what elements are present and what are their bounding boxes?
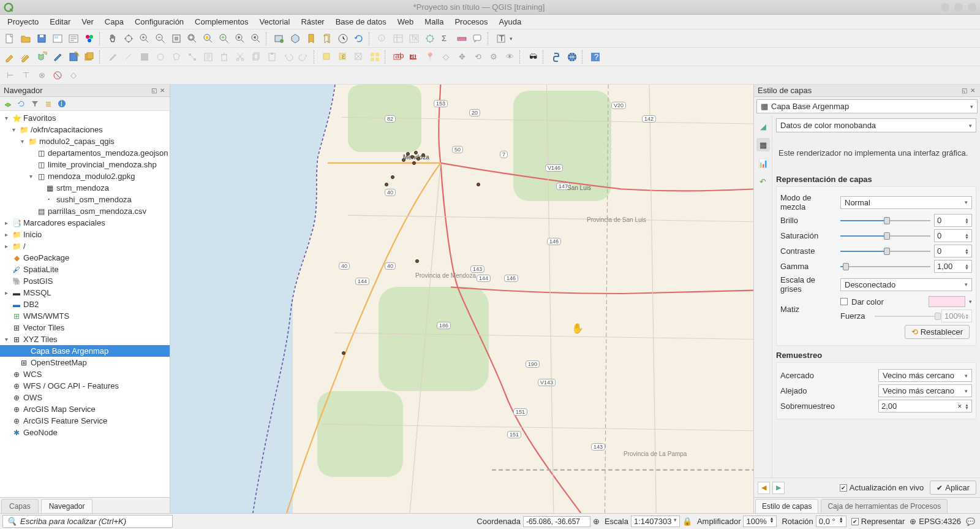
tree-item-marcadores-espaciales[interactable]: ▸📑Marcadores espaciales (0, 217, 170, 229)
select-features-icon[interactable] (320, 50, 334, 64)
zoomin-combo[interactable]: Vecino más cercano▾ (878, 369, 972, 382)
tree-item-capa-base-argenmap[interactable]: Capa Base Argenmap (0, 345, 170, 357)
minimize-button[interactable] (941, 3, 949, 12)
identify-icon[interactable] (375, 31, 390, 46)
temporal-controller-icon[interactable] (336, 31, 350, 46)
menu-procesos[interactable]: Procesos (450, 16, 492, 28)
messages-icon[interactable]: 💬 (966, 517, 975, 526)
tree-item-db2[interactable]: ▬DB2 (0, 299, 170, 310)
zoom-layer-icon[interactable] (217, 31, 232, 46)
zoom-last-icon[interactable] (233, 31, 247, 46)
reset-button[interactable]: ⟲Restablecer (905, 325, 970, 339)
tree-toggle-icon[interactable]: ▾ (2, 336, 10, 343)
oversampling-spin[interactable]: 2,00✕▲▼ (878, 400, 972, 413)
deselect-icon[interactable] (352, 50, 366, 64)
maximize-button[interactable] (954, 3, 963, 12)
grayscale-combo[interactable]: Desconectado▾ (840, 278, 972, 291)
plugin-glasses-icon[interactable]: 🕶 (526, 50, 540, 64)
tree-item-wms-wmts[interactable]: ⊞WMS/WMTS (0, 310, 170, 322)
colorize-checkbox[interactable] (840, 298, 848, 305)
menu-ayuda[interactable]: Ayuda (494, 16, 527, 28)
tree-item-modulo2-capas-qgis[interactable]: ▾📁modulo2_capas_qgis (0, 135, 170, 147)
tree-toggle-icon[interactable]: ▸ (2, 231, 10, 238)
toggle-edit-icon[interactable] (50, 50, 65, 64)
tree-item-okfn-capacitaciones[interactable]: ▾📁/okfn/capacitaciones (0, 124, 170, 135)
tree-toggle-icon[interactable]: ▸ (2, 289, 10, 296)
rotation-spin[interactable]: 0,0 °▲▼ (816, 516, 846, 527)
blend-mode-combo[interactable]: Normal▾ (840, 196, 972, 209)
scale-combo[interactable]: 1:1407303▾ (631, 516, 680, 527)
tree-item-xyz-tiles[interactable]: ▾⊞XYZ Tiles (0, 333, 170, 345)
open-project-icon[interactable] (18, 31, 33, 46)
style-back-button[interactable]: ◀ (758, 482, 770, 494)
tree-item-sushi-osm-mendoza[interactable]: ⠂sushi_osm_mendoza (0, 194, 170, 205)
panel-close-icon[interactable]: ✕ (969, 87, 976, 94)
new-map-view-icon[interactable] (272, 31, 287, 46)
new-print-layout-icon[interactable] (50, 31, 65, 46)
browser-collapse-icon[interactable] (43, 99, 53, 108)
open-table-icon[interactable] (391, 31, 405, 46)
tree-item-wfs-ogc-api-features[interactable]: ⊕WFS / OGC API - Features (0, 380, 170, 392)
tree-item-[interactable]: ▸📁/ (0, 240, 170, 252)
select-by-expression-icon[interactable]: ε (336, 50, 350, 64)
tree-item-arcgis-feature-service[interactable]: ⊕ArcGIS Feature Service (0, 415, 170, 427)
snapping-x-icon[interactable]: ⊗ (34, 68, 49, 83)
tree-item-wcs[interactable]: ⊕WCS (0, 368, 170, 380)
menu-capa[interactable]: Capa (100, 16, 129, 28)
panel-close-icon[interactable]: ✕ (159, 87, 166, 94)
tab-navegador[interactable]: Navegador (41, 499, 93, 513)
zoom-full-icon[interactable] (185, 31, 200, 46)
colorize-swatch[interactable] (929, 296, 965, 307)
snapping-no-icon[interactable] (50, 68, 65, 83)
pan-to-selection-icon[interactable] (121, 31, 136, 46)
render-check[interactable]: ✔Representar (851, 517, 905, 526)
menu-malla[interactable]: Malla (420, 16, 448, 28)
tab-caja-procesos[interactable]: Caja de herramientas de Procesos (821, 499, 948, 513)
magnifier-spin[interactable]: 100%▲▼ (743, 516, 777, 527)
crs-button[interactable]: ⊕EPSG:4326 (910, 517, 961, 526)
snapping-layer-icon[interactable]: ◇ (66, 68, 81, 83)
python-console-icon[interactable] (549, 50, 564, 64)
menu-basedatos[interactable]: Base de datos (331, 16, 391, 28)
save-project-icon[interactable] (34, 31, 49, 46)
tree-toggle-icon[interactable]: ▾ (18, 138, 26, 145)
tree-item-vector-tiles[interactable]: ⊞Vector Tiles (0, 322, 170, 333)
tree-toggle-icon[interactable]: ▾ (27, 173, 34, 180)
strength-slider[interactable] (875, 314, 938, 318)
processing-toolbox-icon[interactable] (423, 31, 437, 46)
tree-toggle-icon[interactable]: ▸ (2, 243, 10, 249)
menu-web[interactable]: Web (393, 16, 419, 28)
browser-info-icon[interactable]: i (57, 99, 67, 108)
tree-item-geopackage[interactable]: ◆GeoPackage (0, 252, 170, 264)
histogram-tab-icon[interactable]: 📊 (756, 156, 770, 170)
menu-complementos[interactable]: Complementos (190, 16, 253, 28)
tree-item-srtm-mendoza[interactable]: ▦srtm_mendoza (0, 182, 170, 194)
tree-item-openstreetmap[interactable]: ⊞OpenStreetMap (0, 357, 170, 368)
tree-item-arcgis-map-service[interactable]: ⊕ArcGIS Map Service (0, 403, 170, 415)
style-manager-icon[interactable] (82, 31, 97, 46)
gamma-spin[interactable]: 1,00▲▼ (934, 260, 972, 273)
tab-estilo-capas[interactable]: Estilo de capas (755, 499, 818, 513)
style-forward-button[interactable]: ▶ (772, 482, 785, 494)
strength-spin[interactable]: 100%▲▼ (941, 310, 972, 322)
show-bookmarks-icon[interactable] (320, 31, 334, 46)
tree-toggle-icon[interactable]: ▸ (2, 219, 10, 226)
zoom-out-icon[interactable] (153, 31, 168, 46)
zoom-in-icon[interactable] (137, 31, 152, 46)
zoom-native-icon[interactable] (169, 31, 184, 46)
menu-configuracion[interactable]: Configuración (130, 16, 189, 28)
close-button[interactable] (968, 3, 976, 12)
browser-refresh-icon[interactable] (17, 99, 26, 108)
edits-multi-icon[interactable] (18, 50, 33, 64)
field-calculator-icon[interactable]: fx (407, 31, 421, 46)
tree-item-favoritos[interactable]: ▾⭐Favoritos (0, 112, 170, 124)
tree-item-parrillas-osm-mendoza-csv[interactable]: ▤parrillas_osm_mendoza.csv (0, 205, 170, 217)
statistics-icon[interactable]: Σ (439, 31, 453, 46)
panel-undock-icon[interactable]: ◱ (960, 87, 968, 94)
zoom-selection-icon[interactable] (201, 31, 216, 46)
help-icon[interactable]: ? (588, 50, 603, 64)
menu-editar[interactable]: Editar (45, 16, 75, 28)
tab-capas[interactable]: Capas (1, 499, 39, 513)
tree-toggle-icon[interactable]: ▾ (2, 115, 10, 121)
snapping-h-icon[interactable]: ⊢ (2, 68, 17, 83)
